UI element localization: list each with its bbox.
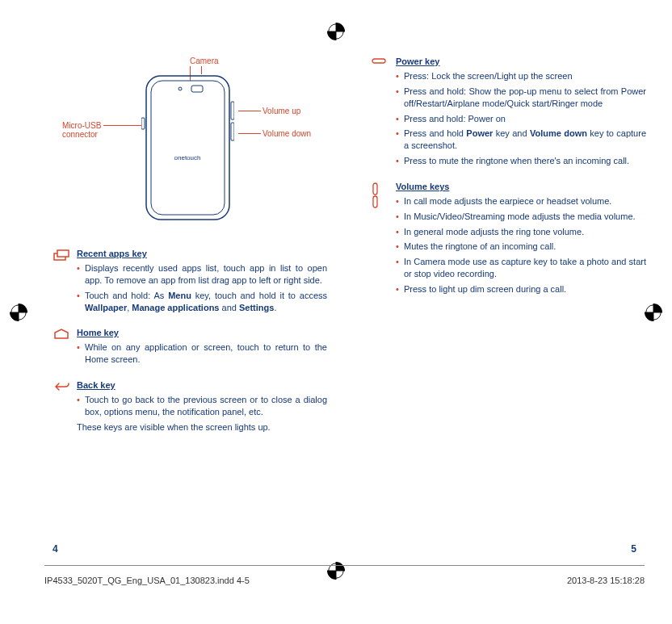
svg-rect-19 (231, 123, 234, 140)
volume-keys-title: Volume keys (396, 182, 646, 191)
power-key-bullet: Press and hold: Show the pop-up menu to … (396, 86, 646, 110)
footer-timestamp: 2013-8-23 15:18:28 (567, 576, 645, 585)
recent-apps-bullet: Displays recently used apps list, touch … (77, 262, 327, 287)
phone-diagram: Camera Micro-USB connector Volume up Vol… (52, 57, 327, 234)
svg-rect-18 (231, 102, 234, 119)
volume-keys-bullet: In general mode adjusts the ring tone vo… (396, 226, 646, 238)
svg-rect-22 (372, 59, 385, 63)
page-number-left: 4 (52, 543, 58, 555)
svg-rect-12 (146, 76, 229, 220)
svg-rect-24 (373, 196, 377, 207)
power-key-bullet: Press and hold Power key and Volume down… (396, 128, 646, 152)
label-volume-down: Volume down (262, 129, 311, 138)
section-volume-keys: Volume keys In call mode adjusts the ear… (372, 182, 646, 299)
footer-divider (44, 565, 645, 566)
svg-rect-21 (57, 250, 69, 257)
back-key-bullet: Touch to go back to the previous screen … (77, 394, 327, 418)
back-key-icon (52, 381, 70, 392)
svg-text:onetouch: onetouch (174, 154, 201, 161)
home-key-bullet: While on any application or screen, touc… (77, 341, 327, 366)
page-left: Camera Micro-USB connector Volume up Vol… (52, 57, 327, 445)
recent-apps-title: Recent apps key (77, 249, 327, 258)
volume-keys-bullet: In call mode adjusts the earpiece or hea… (396, 195, 646, 207)
svg-rect-13 (151, 81, 225, 215)
back-key-title: Back key (77, 380, 327, 390)
svg-rect-23 (373, 183, 377, 195)
volume-keys-bullet: Press to light up dim screen during a ca… (396, 283, 646, 295)
volume-keys-bullet: Mutes the ringtone of an incoming call. (396, 241, 646, 253)
power-key-bullet: Press and hold: Power on (396, 113, 646, 125)
registration-mark-icon (10, 304, 27, 321)
footer-file: IP4533_5020T_QG_Eng_USA_01_130823.indd 4… (44, 576, 250, 585)
volume-keys-bullet: In Music/Video/Streaming mode adjusts th… (396, 211, 646, 223)
volume-keys-icon (372, 182, 380, 208)
power-key-bullet: Press: Lock the screen/Light up the scre… (396, 70, 646, 82)
section-back-key: Back key Touch to go back to the previou… (52, 380, 327, 433)
back-key-note: These keys are visible when the screen l… (77, 421, 327, 433)
home-key-title: Home key (77, 328, 327, 337)
volume-keys-bullet: In Camera mode use as capture key to tak… (396, 256, 646, 280)
recent-apps-bullet: Touch and hold: As Menu key, touch and h… (77, 290, 327, 314)
power-key-bullet: Press to mute the ringtone when there's … (396, 155, 646, 167)
section-recent-apps: Recent apps key Displays recently used a… (52, 249, 327, 316)
phone-back-icon: onetouch (141, 71, 234, 224)
label-camera: Camera (190, 57, 219, 65)
label-volume-up: Volume up (262, 107, 300, 115)
registration-mark-icon (327, 23, 345, 40)
section-home-key: Home key While on any application or scr… (52, 328, 327, 369)
svg-rect-15 (191, 86, 203, 92)
page-right: Power key Press: Lock the screen/Light u… (372, 57, 646, 310)
page-number-right: 5 (631, 543, 636, 555)
registration-mark-icon (645, 304, 662, 321)
home-key-icon (52, 329, 70, 340)
svg-point-14 (178, 87, 182, 90)
power-key-icon (372, 57, 386, 65)
section-power-key: Power key Press: Lock the screen/Light u… (372, 57, 646, 170)
recent-apps-key-icon (52, 249, 70, 261)
svg-rect-17 (141, 118, 145, 129)
power-key-title: Power key (396, 57, 646, 66)
label-micro-usb: Micro-USB connector (62, 121, 101, 139)
